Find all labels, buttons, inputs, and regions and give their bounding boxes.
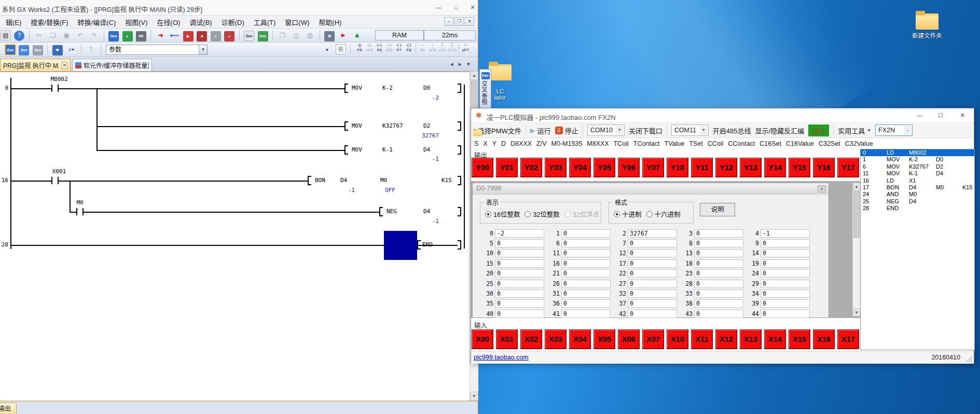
- input-button-X04[interactable]: X04: [569, 329, 591, 349]
- mdi-minimize-icon[interactable]: –: [444, 17, 453, 26]
- scroll-down-icon[interactable]: ▼: [470, 392, 478, 401]
- sim-titlebar[interactable]: ✱ 凌一PLC模拟器 - plc999.taobao.com FX2N — ☐ …: [471, 108, 974, 123]
- register-value-input[interactable]: 0: [561, 229, 611, 238]
- device-batch-icon[interactable]: Dev: [258, 31, 268, 42]
- program-check-icon[interactable]: ⚙: [324, 31, 335, 42]
- cut-icon[interactable]: ✂: [34, 31, 44, 41]
- register-value-input[interactable]: 0: [628, 310, 677, 318]
- register-value-input[interactable]: 0: [694, 280, 743, 288]
- output-button-Y12[interactable]: Y12: [715, 158, 737, 177]
- register-value-input[interactable]: -1: [761, 229, 810, 238]
- device-tab-CCoil[interactable]: CCoil: [708, 140, 724, 147]
- paste-icon[interactable]: ▣: [61, 31, 72, 41]
- register-value-input[interactable]: 0: [495, 259, 544, 268]
- instruction-row[interactable]: 16LDX1: [861, 177, 974, 184]
- output-button-Y04[interactable]: Y04: [569, 158, 591, 177]
- register-value-input[interactable]: 0: [761, 249, 810, 257]
- read-from-plc-icon[interactable]: ⟵: [169, 31, 180, 41]
- shortcut-search-icon[interactable]: HK: [136, 31, 146, 42]
- scrollbar-thumb[interactable]: [853, 191, 860, 238]
- resize-grip[interactable]: [966, 356, 972, 362]
- device-tab-D8XXX[interactable]: D8XXX: [510, 140, 532, 147]
- input-button-X11[interactable]: X11: [691, 329, 713, 349]
- register-value-input[interactable]: 0: [561, 269, 611, 278]
- watch-start-icon[interactable]: Dev: [5, 45, 16, 55]
- copy-icon[interactable]: ❏: [48, 31, 58, 41]
- register-value-input[interactable]: 0: [628, 299, 677, 308]
- menu-item[interactable]: 辑(E): [1, 16, 26, 28]
- output-button-Y01[interactable]: Y01: [496, 158, 518, 177]
- new-page-icon[interactable]: ⎘: [336, 44, 346, 54]
- ladder-symbol-button-F6[interactable]: -|↑|-F6: [375, 43, 384, 55]
- help-icon[interactable]: ?: [14, 31, 24, 41]
- toggle-disassembly-button[interactable]: 显示/隐藏反汇编: [755, 126, 805, 135]
- output-button-Y13[interactable]: Y13: [740, 158, 762, 177]
- device-tab-CContact[interactable]: CContact: [728, 140, 755, 147]
- device-tab-Z/V[interactable]: Z/V: [536, 140, 546, 147]
- instruction-row[interactable]: 1MOVK-2D0: [861, 156, 974, 163]
- register-value-input[interactable]: 0: [628, 280, 677, 288]
- close-button[interactable]: ✕: [954, 108, 971, 122]
- menu-item[interactable]: 在线(O): [153, 16, 185, 28]
- instruction-row[interactable]: 0LDM8002: [861, 149, 974, 156]
- input-button-X07[interactable]: X07: [642, 329, 664, 349]
- chevron-down-icon[interactable]: ▼: [199, 45, 207, 54]
- register-value-input[interactable]: 0: [694, 310, 743, 318]
- menu-item[interactable]: 搜索/替换(F): [26, 16, 73, 28]
- input-button-X01[interactable]: X01: [496, 329, 518, 349]
- input-button-X17[interactable]: X17: [837, 329, 859, 349]
- device-eye-icon[interactable]: 👁: [52, 45, 63, 56]
- register-value-input[interactable]: 0: [561, 310, 611, 318]
- input-button-X16[interactable]: X16: [813, 329, 835, 349]
- register-value-input[interactable]: 0: [761, 239, 810, 247]
- register-value-input[interactable]: 0: [495, 239, 544, 247]
- tab-scroll-right-icon[interactable]: ▸: [459, 61, 462, 67]
- register-value-input[interactable]: 0: [495, 280, 544, 288]
- zoom-dropdown-icon[interactable]: ⌕▾: [66, 45, 76, 55]
- chevron-down-icon[interactable]: ▼: [616, 126, 624, 135]
- register-value-input[interactable]: 0: [561, 280, 611, 288]
- input-button-X14[interactable]: X14: [764, 329, 786, 349]
- instruction-row[interactable]: 24ANDM0: [861, 191, 974, 198]
- register-value-input[interactable]: 0: [495, 299, 544, 308]
- output-button-Y10[interactable]: Y10: [667, 158, 688, 177]
- register-value-input[interactable]: 0: [495, 249, 544, 257]
- device-tab-Y[interactable]: Y: [492, 140, 496, 147]
- open-pmw-file-button[interactable]: 选择PMW文件: [473, 126, 521, 135]
- register-value-input[interactable]: 0: [628, 259, 677, 268]
- mdi-close-icon[interactable]: ✕: [465, 17, 474, 26]
- register-value-input[interactable]: 0: [694, 299, 743, 308]
- maximize-button[interactable]: □: [449, 3, 463, 12]
- output-button-Y16[interactable]: Y16: [813, 158, 835, 177]
- register-value-input[interactable]: 0: [761, 280, 810, 288]
- register-value-input[interactable]: 0: [561, 249, 611, 257]
- device-tab-C16Value[interactable]: C16Value: [786, 140, 814, 147]
- register-value-input[interactable]: 0: [694, 289, 743, 298]
- output-button-Y03[interactable]: Y03: [545, 158, 567, 177]
- register-value-input[interactable]: 0: [761, 259, 810, 268]
- plc-model-combo[interactable]: FX2N⌄: [875, 125, 913, 136]
- device-tab-TContact[interactable]: TContact: [633, 140, 660, 147]
- minimize-button[interactable]: —: [432, 3, 445, 12]
- register-value-input[interactable]: 32767: [628, 229, 677, 238]
- device-tab-C16Set[interactable]: C16Set: [760, 140, 781, 147]
- desktop-icon-new-folder[interactable]: 新建文件夹: [906, 10, 948, 39]
- device-tab-C32Set[interactable]: C32Set: [819, 140, 840, 147]
- disassembly-list[interactable]: 0LDM80021MOVK-2D06MOVK32767D211MOVK-1D41…: [860, 149, 975, 350]
- device-tab-M8XXX[interactable]: M8XXX: [587, 140, 609, 147]
- menu-item[interactable]: 帮助(H): [314, 16, 346, 28]
- menu-item[interactable]: 诊断(D): [217, 16, 249, 28]
- ladder-symbol-button-F5[interactable]: -||-F5: [355, 43, 365, 55]
- device-tab-S[interactable]: S: [474, 140, 478, 147]
- redo-icon[interactable]: ↷: [89, 31, 99, 41]
- help-button[interactable]: 说明: [700, 203, 735, 216]
- tab-list-icon[interactable]: ▾: [467, 61, 470, 67]
- input-button-X10[interactable]: X10: [667, 329, 688, 349]
- device-search-icon[interactable]: Dev: [108, 31, 119, 42]
- input-button-X12[interactable]: X12: [715, 329, 737, 349]
- register-value-input[interactable]: 0: [628, 289, 677, 298]
- instruction-row[interactable]: 17BOND4M0K15: [861, 184, 974, 191]
- d-panel-titlebar[interactable]: D0-7999 x: [473, 183, 829, 195]
- radio-十六进制[interactable]: 十六进制: [646, 209, 681, 219]
- close-icon[interactable]: x: [818, 185, 826, 192]
